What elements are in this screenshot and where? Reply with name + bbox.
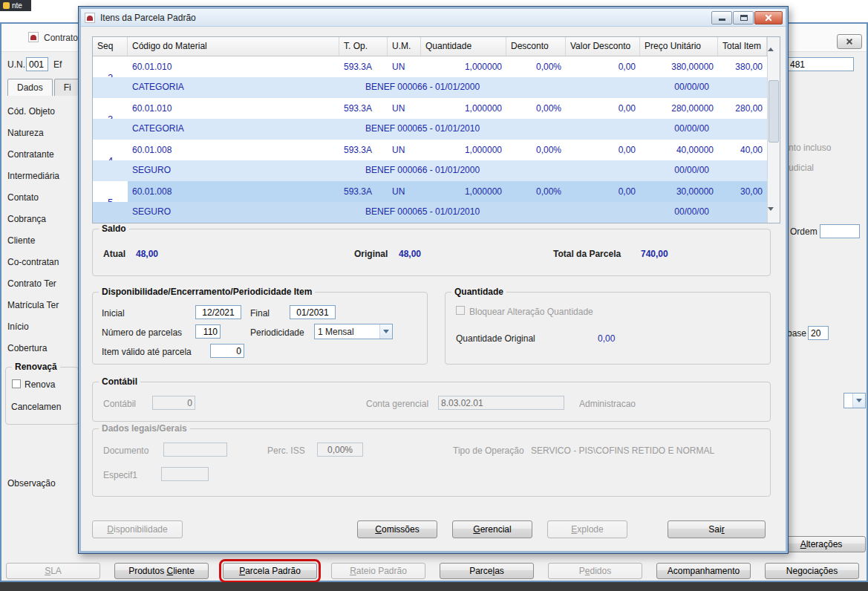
button-acompanhamento[interactable]: Acompanhamento xyxy=(656,563,751,579)
chevron-down-icon xyxy=(852,394,865,408)
button-produtos-cliente[interactable]: Produtos Cliente xyxy=(114,563,209,579)
perc-iss-input[interactable]: 0,00% xyxy=(317,443,363,457)
bloquear-quantidade-label: Bloquear Alteração Quantidade xyxy=(469,307,593,317)
item-main-line: 60.01.008593.3AUN1,0000000,00%0,0030,000… xyxy=(128,181,767,202)
perc-iss-label: Perc. ISS xyxy=(267,445,305,456)
bloquear-quantidade-checkbox[interactable] xyxy=(456,306,465,315)
final-input[interactable]: 01/2031 xyxy=(290,305,336,319)
button-parcelas[interactable]: Parcelas xyxy=(440,563,534,579)
data-cell: 00/00/00 xyxy=(610,206,709,217)
tipo-operacao-cell: 593.3A xyxy=(339,145,388,155)
button-comiss-es[interactable]: Comissões xyxy=(357,520,437,538)
chevron-down-icon xyxy=(768,207,774,224)
button-rateio-padr-o[interactable]: Rateio Padrão xyxy=(331,563,425,579)
table-row-seq-5[interactable]: 560.01.008593.3AUN1,0000000,00%0,0030,00… xyxy=(93,181,767,223)
button-disponibilidade[interactable]: Disponibilidade xyxy=(92,520,183,538)
button-pedidos[interactable]: Pedidos xyxy=(548,563,642,579)
dialog-close-button[interactable] xyxy=(754,11,783,25)
browser-tab[interactable]: nte xyxy=(0,0,31,11)
ordem-input[interactable] xyxy=(820,224,860,238)
dialog-title: Itens da Parcela Padrão xyxy=(100,13,196,23)
tab-dados[interactable]: Dados xyxy=(7,79,53,96)
column-header-desconto[interactable]: Desconto xyxy=(506,37,566,56)
categoria-cell: SEGURO xyxy=(132,165,171,175)
inicial-label: Inicial xyxy=(102,308,125,319)
total-item-cell: 280,00 xyxy=(718,103,767,114)
scrollbar-down-button[interactable] xyxy=(768,211,780,223)
um-cell: UN xyxy=(388,62,421,72)
minimize-button[interactable] xyxy=(711,11,732,25)
conta-gerencial-label: Conta gerencial xyxy=(366,399,428,409)
field-label-intermedi-ria: Intermediária xyxy=(7,170,59,192)
inicial-input[interactable]: 12/2021 xyxy=(195,305,241,319)
scrollbar-thumb[interactable] xyxy=(769,80,779,143)
column-header-quantidade[interactable]: Quantidade xyxy=(421,37,506,56)
right-combobox-fragment[interactable] xyxy=(843,393,866,408)
table-row-seq-2[interactable]: 260.01.010593.3AUN1,0000000,00%0,00380,0… xyxy=(93,56,767,98)
saldo-original-label: Original xyxy=(354,249,388,259)
total-item-cell: 40,00 xyxy=(718,145,767,155)
documento-input[interactable] xyxy=(163,443,227,457)
field-label-in-cio: Início xyxy=(7,321,59,342)
button-alteracoes[interactable]: Alterações xyxy=(777,536,866,552)
tipo-operacao-cell: 593.3A xyxy=(339,62,388,72)
un-input[interactable]: 001 xyxy=(26,57,48,71)
field-label-cobertura: Cobertura xyxy=(7,342,59,364)
tipo-operacao-cell: 593.3A xyxy=(339,186,388,197)
field-label-c-d-objeto: Cód. Objeto xyxy=(7,105,59,127)
conta-gerencial-input[interactable]: 8.03.02.01 xyxy=(438,396,564,410)
column-header-u-m[interactable]: U.M. xyxy=(388,37,421,56)
contabil-label: Contábil xyxy=(103,399,136,409)
numero-contrato-input[interactable]: 481 xyxy=(787,57,854,71)
um-cell: UN xyxy=(388,145,421,155)
maximize-button[interactable] xyxy=(733,11,754,25)
button-gerencial[interactable]: Gerencial xyxy=(452,520,532,538)
renovacao-checkbox[interactable] xyxy=(12,379,21,388)
button-parcela-padr-o[interactable]: Parcela Padrão xyxy=(223,563,317,579)
minimize-icon xyxy=(719,19,725,21)
quantidade-cell: 1,000000 xyxy=(421,186,506,197)
column-header-valor-desconto[interactable]: Valor Desconto xyxy=(566,37,640,56)
field-label-contrato-ter: Contrato Ter xyxy=(7,278,59,299)
button-sla[interactable]: SLA xyxy=(6,563,100,579)
button-explode[interactable]: Explode xyxy=(547,520,627,538)
numero-parcelas-input[interactable]: 110 xyxy=(195,324,221,339)
vertical-scrollbar[interactable] xyxy=(767,37,780,223)
beneficio-cell: BENEF 000066 - 01/01/2000 xyxy=(365,165,480,175)
taskbar-strip xyxy=(0,582,868,591)
total-parcela-value: 740,00 xyxy=(641,249,668,259)
column-header-t-op[interactable]: T. Op. xyxy=(339,37,388,56)
especif1-input[interactable] xyxy=(161,467,209,481)
total-item-cell: 30,00 xyxy=(718,186,767,197)
column-header-pre-o-unit-rio[interactable]: Preço Unitário xyxy=(640,37,718,56)
scrollbar-up-button[interactable] xyxy=(768,37,780,49)
codigo-material-cell: 60.01.010 xyxy=(128,62,339,72)
contratos-window-title: Contratos xyxy=(44,33,82,43)
saldo-groupbox: Saldo Atual 48,00 Original 48,00 Total d… xyxy=(92,229,771,276)
base-input[interactable]: 20 xyxy=(808,326,829,340)
button-negocia-es[interactable]: Negociações xyxy=(765,563,859,579)
preco-unitario-cell: 280,00000 xyxy=(640,103,718,114)
field-label-cliente: Cliente xyxy=(7,235,59,256)
item-valido-input[interactable]: 0 xyxy=(210,344,244,358)
table-row-seq-4[interactable]: 460.01.008593.3AUN1,0000000,00%0,0040,00… xyxy=(93,140,767,181)
item-detail-line: SEGUROBENEF 000065 - 01/01/201000/00/00 xyxy=(93,202,767,223)
maximize-icon xyxy=(740,15,748,21)
contabil-input[interactable]: 0 xyxy=(152,396,195,410)
column-header-total-item[interactable]: Total Item xyxy=(718,37,767,56)
saldo-original-value: 48,00 xyxy=(399,249,421,259)
tab-fi[interactable]: Fi xyxy=(54,79,81,96)
button-sair[interactable]: Sair xyxy=(668,520,766,538)
categoria-cell: SEGURO xyxy=(132,206,171,217)
data-cell: 00/00/00 xyxy=(610,82,709,92)
table-row-seq-3[interactable]: 360.01.010593.3AUN1,0000000,00%0,00280,0… xyxy=(93,98,767,140)
dialog-titlebar[interactable]: Itens da Parcela Padrão xyxy=(81,9,786,27)
column-header-c-digo-do-material[interactable]: Código do Material xyxy=(128,37,339,56)
item-detail-line: CATEGORIABENEF 000066 - 01/01/200000/00/… xyxy=(93,77,767,98)
disponibilidade-group-title: Disponibilidade/Encerramento/Periodicida… xyxy=(99,287,315,297)
column-header-seq[interactable]: Seq xyxy=(93,37,128,56)
saldo-atual-value: 48,00 xyxy=(136,249,158,259)
periodicidade-select[interactable]: 1 Mensal xyxy=(314,324,393,339)
item-main-line: 60.01.008593.3AUN1,0000000,00%0,0040,000… xyxy=(128,140,767,160)
contratos-close-button[interactable] xyxy=(837,34,862,49)
